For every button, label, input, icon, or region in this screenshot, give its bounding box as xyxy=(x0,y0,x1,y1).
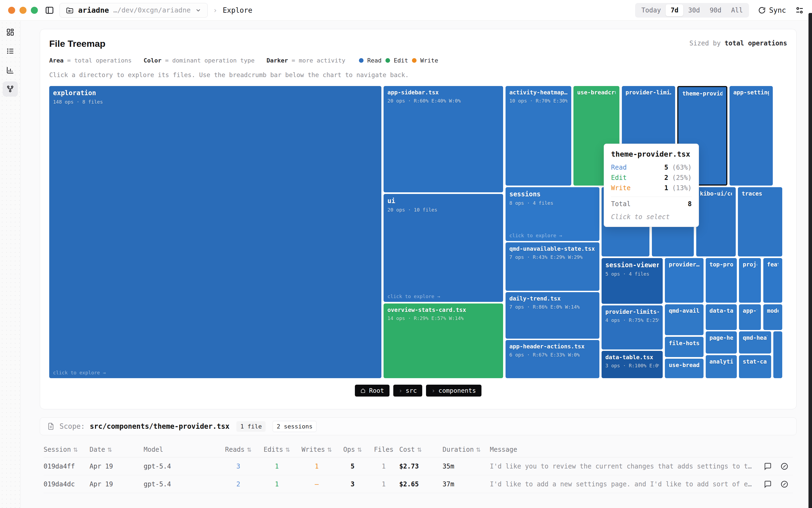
treemap-cell-session-viewer[interactable]: session-viewer5 ops · 4 files xyxy=(602,258,663,304)
col-model: Model xyxy=(144,446,219,453)
window-minimize-button[interactable] xyxy=(19,7,27,14)
sync-button[interactable]: Sync xyxy=(758,6,786,14)
project-path: …/dev/0xcgn/ariadne xyxy=(113,6,191,14)
col-date[interactable]: Date⇅ xyxy=(89,446,144,453)
window-close-button[interactable] xyxy=(8,7,15,14)
treemap-cell-daily-trend-tsx[interactable]: daily-trend.tsx7 ops · R:86% E:0% W:14% xyxy=(506,292,599,338)
edit-legend-label: Edit xyxy=(394,57,408,64)
treemap-cell-featu[interactable]: featu… xyxy=(763,258,782,303)
treemap-cell-file-hots[interactable]: file-hots… xyxy=(665,337,703,357)
write-legend-label: Write xyxy=(420,57,438,64)
message-icon[interactable] xyxy=(759,480,776,488)
treemap-cell-data-ta[interactable]: data-ta… xyxy=(706,304,737,330)
git-fork-icon xyxy=(6,85,14,93)
range-tab-30d[interactable]: 30d xyxy=(683,4,704,16)
session-id: 019da4dc xyxy=(44,480,89,488)
tooltip-file-name: theme-provider.tsx xyxy=(611,150,692,158)
treemap-breadcrumb: Root ›src ›components xyxy=(49,385,787,396)
col-writes[interactable]: Writes⇅ xyxy=(296,446,337,453)
compass-icon[interactable] xyxy=(776,462,793,470)
treemap-cell-mode[interactable]: mode-… xyxy=(763,304,782,330)
chevron-down-icon xyxy=(195,7,202,13)
treemap-cell-ui[interactable]: ui20 ops · 10 filesclick to explore → xyxy=(384,194,503,302)
treemap-cell-kibo-ui-co[interactable]: kibo-ui/co… xyxy=(696,187,736,257)
range-tab-7d[interactable]: 7d xyxy=(666,4,683,16)
treemap-cell-sessions[interactable]: sessions8 ops · 4 filesclick to explore … xyxy=(506,187,599,241)
tooltip-hint: Click to select xyxy=(611,213,692,221)
sidebar-item-sessions-list[interactable] xyxy=(3,44,18,59)
topbar: ariadne …/dev/0xcgn/ariadne › Explore To… xyxy=(0,0,812,20)
table-row[interactable]: 019da4ff Apr 19 gpt-5.4 3 1 1 5 1 $2.73 … xyxy=(44,457,793,475)
sync-label: Sync xyxy=(769,6,786,14)
session-id: 019da4ff xyxy=(44,463,89,470)
read-legend-dot xyxy=(359,58,364,63)
breadcrumb-root-chip[interactable]: Root xyxy=(355,385,389,396)
col-ops[interactable]: Ops⇅ xyxy=(337,446,368,453)
col-reads[interactable]: Reads⇅ xyxy=(219,446,257,453)
treemap-cell-analyti[interactable]: analyti… xyxy=(706,355,737,378)
scope-bar: Scope: src/components/theme-provider.tsx… xyxy=(40,417,797,435)
project-selector[interactable]: ariadne …/dev/0xcgn/ariadne xyxy=(59,3,208,17)
scope-path: src/components/theme-provider.tsx xyxy=(90,422,230,430)
treemap-cell-provider-limits[interactable]: provider-limits-…4 ops · R:75% E:25% W: xyxy=(602,305,663,349)
message-icon[interactable] xyxy=(759,462,776,470)
table-row[interactable]: 019da4dc Apr 19 gpt-5.4 2 1 – 3 1 $2.65 … xyxy=(44,475,793,493)
date-range-segmented-control: Today 7d 30d 90d All xyxy=(635,3,749,17)
treemap-cell-qmd-heal[interactable]: qmd-heal… xyxy=(739,331,771,353)
home-icon xyxy=(360,388,366,393)
breadcrumb-separator: › xyxy=(213,6,217,14)
compass-icon[interactable] xyxy=(776,480,793,488)
col-session[interactable]: Session⇅ xyxy=(44,446,89,453)
treemap-instructions: Click a directory to explore its files. … xyxy=(49,72,787,78)
col-edits[interactable]: Edits⇅ xyxy=(257,446,296,453)
treemap-cell-traces[interactable]: traces xyxy=(738,187,782,257)
range-tab-all[interactable]: All xyxy=(726,4,747,16)
col-files: Files xyxy=(368,446,399,453)
col-message: Message xyxy=(490,446,759,453)
scrollbar[interactable] xyxy=(809,13,812,508)
scope-label: Scope: xyxy=(59,422,85,430)
sidebar-item-dashboard[interactable] xyxy=(3,25,18,40)
treemap-cell-activity-heatmap[interactable]: activity-heatmap…10 ops · R:70% E:30% W xyxy=(506,86,571,185)
sidebar-toggle-icon[interactable] xyxy=(45,6,54,15)
treemap-legend: Area = total operations Color = dominant… xyxy=(49,57,787,64)
treemap-cell-provider[interactable]: provider… xyxy=(665,258,703,303)
treemap-cell-app-settings[interactable]: app-settings… xyxy=(729,86,773,185)
treemap-cell-top-proj[interactable]: top-proj… xyxy=(706,258,737,303)
treemap-cell-data-table-tsx[interactable]: data-table.tsx3 ops · R:100% E:0% W: xyxy=(602,351,663,378)
window-controls xyxy=(8,7,38,14)
treemap-cell-app-header-actions-tsx[interactable]: app-header-actions.tsx6 ops · R:67% E:33… xyxy=(506,340,599,378)
treemap-cell-stat-car[interactable]: stat-car… xyxy=(739,355,771,378)
sidebar-item-explore[interactable] xyxy=(3,81,18,96)
bar-chart-icon xyxy=(6,66,14,74)
col-duration[interactable]: Duration⇅ xyxy=(442,446,490,453)
main-content: File Treemap Sized by total operations A… xyxy=(21,21,812,508)
settings-sliders-icon[interactable] xyxy=(795,6,804,14)
treemap-cell-qmd-unavailable-state-tsx[interactable]: qmd-unavailable-state.tsx7 ops · R:43% E… xyxy=(506,242,599,291)
treemap-cell-use-bread[interactable]: use-bread… xyxy=(665,359,703,378)
file-treemap-card: File Treemap Sized by total operations A… xyxy=(40,29,797,409)
col-cost[interactable]: Cost⇅ xyxy=(399,446,442,453)
window-zoom-button[interactable] xyxy=(31,7,38,14)
treemap-cell-app-sidebar-tsx[interactable]: app-sidebar.tsx20 ops · R:60% E:40% W:0% xyxy=(384,86,503,192)
breadcrumb-components-chip[interactable]: ›components xyxy=(426,385,481,396)
treemap-tooltip: theme-provider.tsx Read 5 (63%) Edit 2 (… xyxy=(604,144,699,227)
card-title: File Treemap xyxy=(49,38,105,49)
session-count-badge: 2 sessions xyxy=(273,421,316,432)
treemap-cell-exploration[interactable]: exploration148 ops · 8 filesclick to exp… xyxy=(49,86,381,378)
range-tab-today[interactable]: Today xyxy=(636,4,666,16)
sidebar-item-analytics[interactable] xyxy=(3,62,18,78)
breadcrumb-src-chip[interactable]: ›src xyxy=(393,385,422,396)
refresh-icon xyxy=(758,6,766,14)
treemap: theme-provider.tsx Read 5 (63%) Edit 2 (… xyxy=(49,86,782,378)
treemap-cell-proje[interactable]: proje… xyxy=(739,258,761,303)
sessions-table: Session⇅ Date⇅ Model Reads⇅ Edits⇅ Write… xyxy=(40,442,797,493)
treemap-cell-qmd-avail[interactable]: qmd-avail… xyxy=(665,304,703,335)
treemap-cell-overview-stats-card-tsx[interactable]: overview-stats-card.tsx14 ops · R:29% E:… xyxy=(384,303,503,378)
treemap-cell-page-he[interactable]: page-he… xyxy=(706,331,737,353)
treemap-cell-unlabeled[interactable] xyxy=(773,331,782,378)
project-name: ariadne xyxy=(78,6,109,14)
treemap-cell-app-t[interactable]: app-t… xyxy=(739,304,761,330)
range-tab-90d[interactable]: 90d xyxy=(705,4,726,16)
sidebar: ? xyxy=(0,21,20,508)
